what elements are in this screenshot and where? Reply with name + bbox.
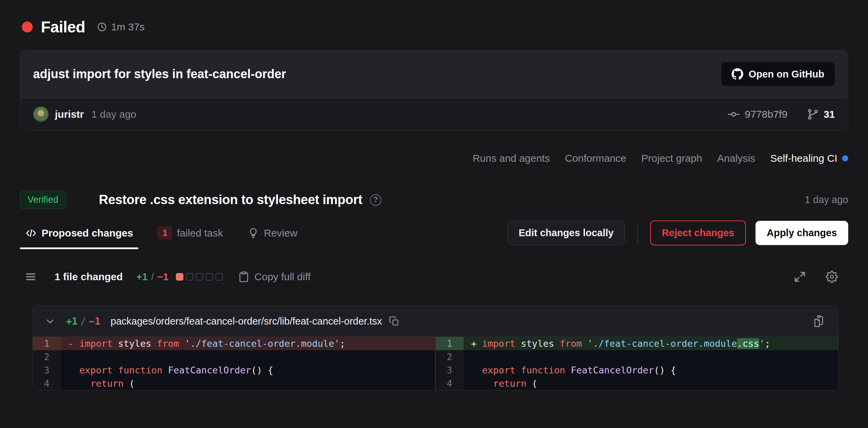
file-stats-separator: / bbox=[80, 316, 86, 327]
open-on-github-button[interactable]: Open on GitHub bbox=[721, 62, 835, 86]
code-line: +import styles from './feat-cancel-order… bbox=[464, 337, 839, 350]
line-number: 4 bbox=[33, 377, 61, 390]
stat-square bbox=[206, 273, 213, 281]
deletions-count: −1 bbox=[157, 271, 168, 283]
author-name: juristr bbox=[55, 109, 84, 120]
fix-time: 1 day ago bbox=[805, 194, 848, 205]
open-on-github-label: Open on GitHub bbox=[749, 69, 824, 80]
lightbulb-icon bbox=[248, 227, 259, 239]
diff-line: 2 bbox=[436, 350, 839, 363]
expand-fullscreen-button[interactable] bbox=[794, 271, 806, 283]
copy-full-diff-button[interactable]: Copy full diff bbox=[238, 271, 311, 283]
file-diff-stats: +1 / −1 bbox=[66, 316, 100, 327]
status-header: Failed 1m 37s bbox=[0, 0, 868, 36]
diff-line: 3export function FeatCancelOrder() { bbox=[33, 363, 435, 377]
reject-changes-button[interactable]: Reject changes bbox=[650, 220, 746, 245]
branch-count-item[interactable]: 31 bbox=[807, 108, 835, 120]
code-line: return ( bbox=[61, 377, 435, 390]
clipboard-icon bbox=[238, 271, 250, 283]
tabs-row: Proposed changes 1 failed task Review Ed… bbox=[20, 220, 848, 251]
fix-title: Restore .css extension to stylesheet imp… bbox=[99, 192, 362, 207]
git-commit-icon bbox=[728, 108, 740, 120]
duration-label: 1m 37s bbox=[111, 21, 145, 33]
commit-hash-item[interactable]: 9778b7f9 bbox=[728, 108, 787, 120]
files-changed-label: 1 file changed bbox=[55, 271, 123, 283]
code-line: -import styles from './feat-cancel-order… bbox=[61, 337, 435, 350]
line-number: 3 bbox=[33, 363, 61, 377]
tab-failed-task-label: failed task bbox=[177, 227, 223, 239]
code-line: export function FeatCancelOrder() { bbox=[464, 363, 839, 377]
code-line bbox=[464, 350, 839, 363]
nav-runs-and-agents[interactable]: Runs and agents bbox=[473, 153, 550, 164]
chevron-down-icon[interactable] bbox=[44, 315, 56, 327]
code-line: export function FeatCancelOrder() { bbox=[61, 363, 435, 377]
diff-stats: +1 / −1 bbox=[136, 271, 168, 283]
file-path: packages/orders/feat-cancel-order/src/li… bbox=[110, 316, 382, 327]
commit-hash: 9778b7f9 bbox=[745, 109, 787, 120]
copy-full-diff-label: Copy full diff bbox=[254, 271, 311, 283]
diff-toolbar-right bbox=[794, 271, 838, 283]
line-number: 3 bbox=[436, 363, 464, 377]
verified-badge: Verified bbox=[20, 191, 66, 209]
diff-file-card: +1 / −1 packages/orders/feat-cancel-orde… bbox=[32, 305, 839, 390]
actions-divider bbox=[637, 223, 638, 244]
code-line: return ( bbox=[464, 377, 839, 390]
diff-pane-before: 1-import styles from './feat-cancel-orde… bbox=[33, 337, 436, 390]
hamburger-icon bbox=[25, 271, 37, 283]
author-group: juristr 1 day ago bbox=[33, 106, 136, 122]
avatar bbox=[33, 106, 49, 122]
nav-analysis[interactable]: Analysis bbox=[717, 153, 755, 164]
diff-body: 1-import styles from './feat-cancel-orde… bbox=[33, 337, 838, 390]
nav-conformance[interactable]: Conformance bbox=[565, 153, 626, 164]
fix-actions: Edit changes locally Reject changes Appl… bbox=[507, 220, 848, 245]
diff-toolbar: 1 file changed +1 / −1 Copy full diff bbox=[25, 271, 838, 283]
stat-square bbox=[196, 273, 203, 281]
notification-dot-icon bbox=[842, 155, 848, 161]
clipboard-page-icon bbox=[812, 315, 825, 328]
diff-line: 2 bbox=[33, 350, 435, 363]
diff-line: 4 return ( bbox=[436, 377, 839, 390]
run-duration: 1m 37s bbox=[97, 21, 145, 33]
stats-separator: / bbox=[151, 271, 154, 283]
failed-status-dot-icon bbox=[22, 22, 33, 32]
gear-icon bbox=[826, 271, 838, 283]
code-icon bbox=[25, 227, 37, 239]
workspace-nav: Runs and agents Conformance Project grap… bbox=[20, 153, 848, 164]
stat-square bbox=[186, 273, 193, 281]
line-number: 1 bbox=[436, 337, 464, 350]
apply-changes-button[interactable]: Apply changes bbox=[755, 221, 848, 245]
copy-path-button[interactable] bbox=[389, 316, 399, 326]
tab-review-label: Review bbox=[264, 227, 297, 239]
line-number: 2 bbox=[33, 350, 61, 363]
commit-time: 1 day ago bbox=[91, 109, 136, 120]
git-branch-icon bbox=[807, 108, 819, 120]
diff-line: 1-import styles from './feat-cancel-orde… bbox=[33, 337, 435, 350]
tab-failed-task[interactable]: 1 failed task bbox=[152, 222, 228, 250]
edit-changes-locally-button[interactable]: Edit changes locally bbox=[507, 221, 625, 245]
line-number: 1 bbox=[33, 337, 61, 350]
help-icon[interactable]: ? bbox=[370, 194, 381, 206]
page: Failed 1m 37s adjust import for styles i… bbox=[0, 0, 868, 428]
diff-stat-squares bbox=[176, 273, 223, 281]
copy-icon bbox=[389, 316, 399, 326]
commit-card: adjust import for styles in feat-cancel-… bbox=[20, 50, 848, 131]
tab-review[interactable]: Review bbox=[242, 223, 303, 249]
diff-line: 4 return ( bbox=[33, 377, 435, 390]
fix-section-header: Verified Restore .css extension to style… bbox=[20, 191, 848, 209]
diff-settings-button[interactable] bbox=[826, 271, 838, 283]
branch-count: 31 bbox=[824, 109, 835, 120]
tab-proposed-changes-label: Proposed changes bbox=[42, 227, 133, 239]
stat-square bbox=[176, 273, 183, 281]
github-icon bbox=[732, 68, 743, 80]
file-list-menu-button[interactable] bbox=[25, 271, 37, 283]
code-line bbox=[61, 350, 435, 363]
diff-file-header: +1 / −1 packages/orders/feat-cancel-orde… bbox=[33, 306, 838, 337]
diff-line: 1+import styles from './feat-cancel-orde… bbox=[436, 337, 839, 350]
diff-line: 3export function FeatCancelOrder() { bbox=[436, 363, 839, 377]
copy-file-diff-button[interactable] bbox=[812, 315, 825, 328]
tab-proposed-changes[interactable]: Proposed changes bbox=[20, 223, 138, 249]
nav-project-graph[interactable]: Project graph bbox=[641, 153, 702, 164]
nav-self-healing-ci[interactable]: Self-healing CI bbox=[770, 153, 848, 164]
file-deletions: −1 bbox=[89, 316, 101, 327]
nav-self-healing-ci-label: Self-healing CI bbox=[770, 153, 837, 164]
